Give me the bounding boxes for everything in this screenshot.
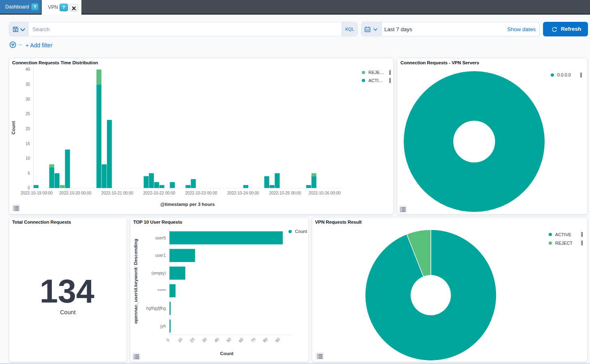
svg-text:0: 0 [28, 186, 30, 190]
svg-text:@timestamp per 3 hours: @timestamp per 3 hours [160, 202, 215, 207]
svg-text:opennac_userid.keyword: Descen: opennac_userid.keyword: Descending [133, 239, 138, 324]
svg-text:ACTIVE: ACTIVE [555, 232, 571, 237]
svg-text:REJE…: REJE… [368, 70, 384, 75]
svg-text:*****: ***** [158, 288, 166, 293]
svg-text:10: 10 [177, 336, 183, 343]
svg-text:jyh: jyh [160, 323, 166, 328]
svg-text:70: 70 [250, 336, 256, 343]
svg-text:50: 50 [226, 336, 232, 343]
svg-text:2022-10-20 00:00: 2022-10-20 00:00 [60, 191, 92, 195]
svg-text:5: 5 [28, 171, 30, 176]
svg-text:15: 15 [26, 142, 30, 146]
svg-text:ACTI…: ACTI… [368, 78, 383, 83]
svg-text:Count: Count [295, 229, 307, 234]
svg-text:2022-10-25 00:00: 2022-10-25 00:00 [269, 191, 301, 195]
svg-text:40: 40 [26, 67, 30, 72]
svg-text:20: 20 [189, 336, 196, 343]
svg-text:35: 35 [26, 82, 30, 87]
svg-text:10: 10 [26, 156, 30, 161]
svg-text:(empty): (empty) [151, 271, 166, 275]
svg-text:30: 30 [26, 97, 30, 102]
svg-text:2022-10-23 00:00: 2022-10-23 00:00 [185, 191, 217, 195]
svg-text:user1: user1 [155, 253, 166, 258]
svg-text:2022-10-21 00:00: 2022-10-21 00:00 [101, 191, 133, 195]
svg-text:30: 30 [201, 336, 208, 343]
svg-text:hgfhjgfjfhg: hgfhjgfjfhg [146, 306, 166, 311]
svg-text:Count: Count [11, 121, 16, 134]
svg-text:0.0.0.0: 0.0.0.0 [557, 72, 571, 77]
svg-text:90: 90 [275, 336, 281, 343]
svg-text:Count: Count [220, 351, 233, 356]
svg-text:80: 80 [262, 336, 269, 343]
svg-text:0: 0 [166, 337, 170, 342]
svg-text:20: 20 [26, 127, 30, 131]
svg-text:REJECT: REJECT [555, 240, 573, 245]
svg-text:25: 25 [26, 112, 30, 116]
svg-text:2022-10-22 00:00: 2022-10-22 00:00 [143, 191, 175, 195]
svg-text:2022-10-26 00:00: 2022-10-26 00:00 [309, 191, 341, 195]
svg-text:user5: user5 [155, 235, 166, 240]
svg-text:2022-10-19 00:00: 2022-10-19 00:00 [21, 191, 53, 195]
svg-text:2022-10-24 00:00: 2022-10-24 00:00 [227, 191, 259, 195]
svg-text:40: 40 [213, 336, 220, 343]
svg-text:60: 60 [238, 336, 244, 343]
